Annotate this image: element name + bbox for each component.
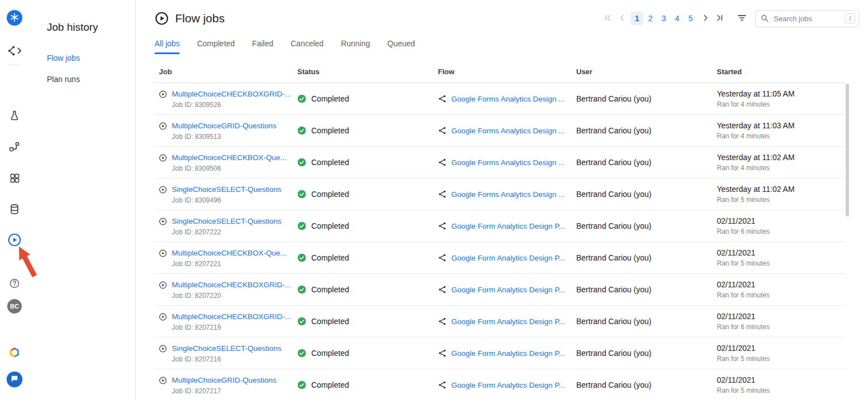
- job-history-play-icon: [7, 233, 22, 247]
- page-number[interactable]: 5: [684, 12, 697, 25]
- tab[interactable]: Failed: [252, 39, 273, 54]
- tab[interactable]: All jobs: [155, 39, 180, 54]
- status-label: Completed: [311, 190, 349, 199]
- sidebar-item[interactable]: Flow jobs: [47, 54, 128, 62]
- job-name-link[interactable]: MultipleChoiceCHECKBOXGRID-...: [172, 89, 291, 99]
- job-name-link[interactable]: MultipleChoiceCHECKBOXGRID-...: [172, 280, 291, 290]
- table-row[interactable]: MultipleChoiceGRID-Questions Job ID: 820…: [155, 369, 846, 400]
- flow-icon: [438, 126, 447, 135]
- flow-link[interactable]: Google Form Analytics Design P...: [451, 349, 565, 358]
- page-number[interactable]: 4: [671, 12, 683, 25]
- page-number[interactable]: 1: [631, 12, 643, 25]
- table-row[interactable]: MultipleChoiceCHECKBOXGRID-... Job ID: 8…: [155, 306, 846, 338]
- user-name: Bertrand Cariou (you): [572, 94, 712, 103]
- flows-expand-icon: [7, 45, 22, 57]
- job-run-icon: [159, 249, 167, 257]
- page-title: Flow jobs: [175, 12, 225, 25]
- first-page-button[interactable]: [600, 11, 615, 26]
- job-id: Job ID: 8207220: [172, 292, 291, 300]
- completed-check-icon: [297, 221, 306, 230]
- search-input[interactable]: [773, 14, 845, 23]
- google-cloud-button[interactable]: [7, 345, 22, 360]
- tab[interactable]: Completed: [197, 39, 235, 54]
- status-label: Completed: [311, 126, 349, 135]
- user-name: Bertrand Cariou (you): [572, 349, 712, 358]
- table-row[interactable]: MultipleChoiceCHECKBOX-Que... Job ID: 83…: [155, 147, 846, 179]
- page-number[interactable]: 2: [644, 12, 657, 25]
- run-duration: Ran for 5 minutes: [717, 387, 846, 394]
- rail-flask-button[interactable]: [7, 108, 22, 123]
- job-name-link[interactable]: MultipleChoiceGRID-Questions: [172, 375, 277, 385]
- user-name: Bertrand Cariou (you): [572, 190, 712, 199]
- help-button[interactable]: [7, 276, 22, 291]
- table-row[interactable]: MultipleChoiceGRID-Questions Job ID: 830…: [155, 115, 846, 147]
- flow-icon: [438, 380, 447, 389]
- started-time: Yesterday at 11:03 AM: [717, 121, 846, 130]
- tab[interactable]: Running: [341, 39, 370, 54]
- flow-link[interactable]: Google Forms Analytics Design ...: [451, 158, 565, 167]
- status-label: Completed: [311, 380, 349, 389]
- flow-link[interactable]: Google Form Analytics Design P...: [451, 222, 565, 230]
- job-run-icon: [159, 377, 167, 384]
- job-name-link[interactable]: MultipleChoiceCHECKBOXGRID-...: [172, 312, 291, 321]
- job-run-icon: [159, 218, 167, 225]
- table-row[interactable]: SingleChoiceSELECT-Questions Job ID: 820…: [155, 338, 846, 369]
- user-name: Bertrand Cariou (you): [572, 285, 712, 294]
- job-id: Job ID: 8309526: [172, 101, 291, 109]
- expand-nav-button[interactable]: [7, 43, 22, 59]
- table-row[interactable]: MultipleChoiceCHECKBOX-Que... Job ID: 82…: [155, 242, 846, 274]
- last-page-button[interactable]: [713, 11, 727, 26]
- job-run-icon: [159, 186, 167, 194]
- job-name-link[interactable]: MultipleChoiceCHECKBOX-Que...: [172, 153, 287, 162]
- flow-link[interactable]: Google Form Analytics Design P...: [451, 317, 565, 326]
- table-row[interactable]: SingleChoiceSELECT-Questions Job ID: 820…: [155, 210, 846, 242]
- job-name-link[interactable]: MultipleChoiceCHECKBOX-Que...: [172, 248, 287, 258]
- job-run-icon: [159, 154, 167, 162]
- status-label: Completed: [311, 349, 349, 358]
- table-scrollbar[interactable]: [846, 84, 849, 216]
- table-row[interactable]: MultipleChoiceCHECKBOXGRID-... Job ID: 8…: [155, 83, 846, 115]
- app-logo[interactable]: [7, 10, 22, 26]
- job-name-link[interactable]: MultipleChoiceGRID-Questions: [172, 121, 277, 131]
- rail-job-history-button[interactable]: [7, 232, 22, 248]
- job-name-link[interactable]: SingleChoiceSELECT-Questions: [172, 216, 282, 226]
- sidebar-item[interactable]: Plan runs: [47, 75, 128, 84]
- flow-link[interactable]: Google Forms Analytics Design ...: [451, 190, 565, 199]
- page-number[interactable]: 3: [658, 12, 670, 25]
- rail-plans-button[interactable]: [7, 170, 22, 186]
- flow-icon: [438, 221, 447, 230]
- job-run-icon: [159, 313, 167, 321]
- database-icon: [9, 204, 20, 215]
- title-wrap: Flow jobs: [155, 11, 225, 26]
- rail-library-button[interactable]: [7, 201, 22, 217]
- next-page-button[interactable]: [698, 11, 713, 26]
- completed-check-icon: [297, 190, 306, 199]
- job-run-icon: [159, 281, 167, 289]
- flow-link[interactable]: Google Form Analytics Design P...: [451, 286, 565, 294]
- user-name: Bertrand Cariou (you): [572, 158, 712, 167]
- flow-icon: [438, 317, 447, 326]
- flow-link[interactable]: Google Forms Analytics Design ...: [451, 127, 565, 135]
- flow-link[interactable]: Google Forms Analytics Design ...: [451, 95, 565, 103]
- job-name-link[interactable]: SingleChoiceSELECT-Questions: [172, 344, 282, 353]
- main-content: Flow jobs 1: [136, 0, 868, 400]
- job-status-tabs: All jobs Completed Failed Canceled Runni…: [155, 39, 859, 54]
- filter-button[interactable]: [734, 11, 750, 26]
- flow-link[interactable]: Google Form Analytics Design P...: [451, 254, 565, 262]
- completed-check-icon: [297, 285, 306, 294]
- chat-button[interactable]: [7, 372, 22, 387]
- flow-icon: [438, 285, 447, 294]
- tab[interactable]: Canceled: [291, 39, 324, 54]
- user-avatar[interactable]: BC: [7, 299, 22, 314]
- rail-flows-button[interactable]: [7, 139, 22, 155]
- table-body: MultipleChoiceCHECKBOXGRID-... Job ID: 8…: [155, 83, 846, 400]
- job-name-link[interactable]: SingleChoiceSELECT-Questions: [172, 185, 282, 194]
- first-page-icon: [602, 13, 613, 25]
- help-icon: [9, 278, 20, 289]
- table-row[interactable]: SingleChoiceSELECT-Questions Job ID: 830…: [155, 179, 846, 210]
- prev-page-button[interactable]: [615, 11, 629, 26]
- tab[interactable]: Queued: [387, 39, 415, 54]
- filter-icon: [736, 12, 748, 25]
- flow-link[interactable]: Google Form Analytics Design P...: [451, 381, 565, 389]
- table-row[interactable]: MultipleChoiceCHECKBOXGRID-... Job ID: 8…: [155, 274, 846, 306]
